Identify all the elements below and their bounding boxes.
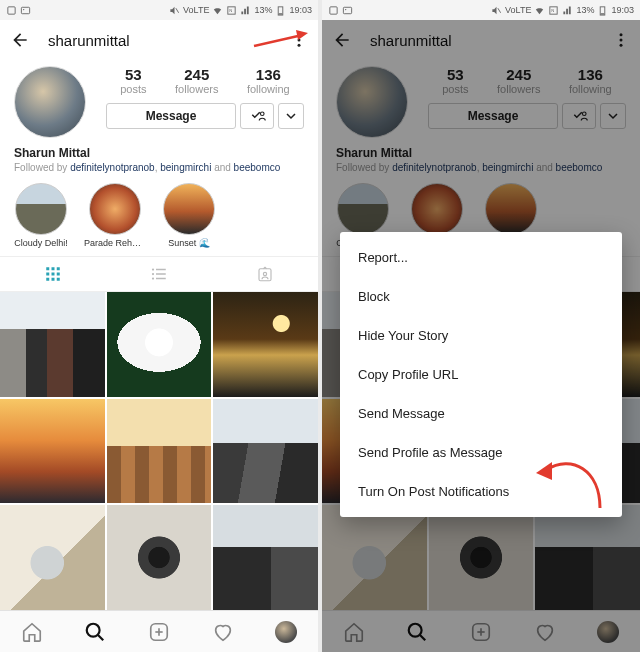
followed-by-link[interactable]: beebomco <box>234 162 281 173</box>
avatar[interactable] <box>14 66 86 138</box>
stat-followers-count: 245 <box>175 66 218 83</box>
svg-rect-15 <box>46 273 49 276</box>
svg-rect-17 <box>57 273 60 276</box>
svg-point-11 <box>260 112 264 116</box>
svg-rect-24 <box>156 273 166 275</box>
post-thumb[interactable] <box>213 292 318 397</box>
post-thumb[interactable] <box>0 292 105 397</box>
svg-rect-12 <box>46 267 49 270</box>
post-thumb[interactable] <box>213 505 318 610</box>
status-bar: VoLTE N 13% 19:03 <box>0 0 318 20</box>
svg-line-39 <box>498 8 501 13</box>
svg-point-2 <box>23 8 24 9</box>
clock: 19:03 <box>611 5 634 15</box>
svg-rect-14 <box>57 267 60 270</box>
nav-profile[interactable] <box>254 611 318 652</box>
profile-username: sharunmittal <box>48 32 272 49</box>
post-thumb[interactable] <box>107 399 212 504</box>
highlight-item[interactable]: Sunset 🌊 <box>158 183 220 248</box>
wifi-icon <box>534 5 545 16</box>
highlight-thumb <box>89 183 141 235</box>
nav-home[interactable] <box>0 611 64 652</box>
add-post-icon <box>148 621 170 643</box>
svg-point-25 <box>152 277 154 279</box>
svg-rect-16 <box>52 273 55 276</box>
svg-rect-0 <box>8 6 15 13</box>
stat-posts-count: 53 <box>120 66 146 83</box>
app-bar: sharunmittal <box>0 20 318 60</box>
followed-by-link[interactable]: definitelynotpranob <box>70 162 155 173</box>
svg-rect-13 <box>52 267 55 270</box>
svg-rect-1 <box>21 7 29 13</box>
svg-rect-36 <box>330 6 337 13</box>
svg-rect-22 <box>156 269 166 271</box>
svg-point-10 <box>298 44 301 47</box>
stat-followers[interactable]: 245 followers <box>175 66 218 95</box>
nav-activity[interactable] <box>191 611 255 652</box>
back-icon[interactable] <box>10 30 30 50</box>
highlight-item[interactable]: Parade Rehear... <box>84 183 146 248</box>
menu-item-post-notifications[interactable]: Turn On Post Notifications <box>340 472 622 511</box>
signal-icon <box>240 5 251 16</box>
nav-search[interactable] <box>64 611 128 652</box>
image-icon <box>20 5 31 16</box>
menu-item-copy-url[interactable]: Copy Profile URL <box>340 355 622 394</box>
tab-list[interactable] <box>106 257 212 291</box>
svg-point-23 <box>152 273 154 275</box>
phone-left: VoLTE N 13% 19:03 sharunmittal 53 <box>0 0 318 652</box>
mute-icon <box>169 5 180 16</box>
stat-posts[interactable]: 53 posts <box>120 66 146 95</box>
phone-right: VoLTE N 13% 19:03 sharunmittal 53posts 2… <box>322 0 640 652</box>
svg-point-28 <box>263 272 266 275</box>
svg-rect-37 <box>343 7 351 13</box>
volte-icon: VoLTE <box>505 5 531 15</box>
view-tabs <box>0 256 318 292</box>
following-status-button[interactable] <box>240 103 274 129</box>
menu-item-report[interactable]: Report... <box>340 238 622 277</box>
svg-rect-18 <box>46 278 49 281</box>
status-bar: VoLTE N 13% 19:03 <box>322 0 640 20</box>
highlight-item[interactable]: Cloudy Delhi! <box>10 183 72 248</box>
svg-rect-7 <box>279 13 283 14</box>
screenshot-icon <box>328 5 339 16</box>
message-button[interactable]: Message <box>106 103 236 129</box>
menu-item-block[interactable]: Block <box>340 277 622 316</box>
suggested-dropdown-button[interactable] <box>278 103 304 129</box>
svg-text:N: N <box>230 8 233 13</box>
more-options-icon[interactable] <box>290 31 308 49</box>
post-thumb[interactable] <box>0 505 105 610</box>
post-thumb[interactable] <box>107 505 212 610</box>
mute-icon <box>491 5 502 16</box>
list-icon <box>150 265 168 283</box>
menu-item-send-message[interactable]: Send Message <box>340 394 622 433</box>
menu-item-send-profile[interactable]: Send Profile as Message <box>340 433 622 472</box>
nav-add[interactable] <box>127 611 191 652</box>
svg-point-38 <box>345 8 346 9</box>
image-icon <box>342 5 353 16</box>
followed-by-link[interactable]: beingmirchi <box>160 162 211 173</box>
menu-item-hide-story[interactable]: Hide Your Story <box>340 316 622 355</box>
chevron-down-icon <box>286 111 296 121</box>
volte-icon: VoLTE <box>183 5 209 15</box>
tab-tagged[interactable] <box>212 257 318 291</box>
svg-line-3 <box>176 8 179 13</box>
home-icon <box>21 621 43 643</box>
tab-grid[interactable] <box>0 257 106 291</box>
battery-percent: 13% <box>254 5 272 15</box>
post-thumb[interactable] <box>213 399 318 504</box>
svg-rect-27 <box>259 269 271 281</box>
clock: 19:03 <box>289 5 312 15</box>
profile-avatar-icon <box>275 621 297 643</box>
svg-point-9 <box>298 39 301 42</box>
post-thumb[interactable] <box>107 292 212 397</box>
wifi-icon <box>212 5 223 16</box>
grid-icon <box>44 265 62 283</box>
stat-following[interactable]: 136 following <box>247 66 290 95</box>
followed-by-line: Followed by definitelynotpranob, beingmi… <box>14 162 304 173</box>
search-icon <box>84 621 106 643</box>
heart-icon <box>212 621 234 643</box>
profile-header: 53 posts 245 followers 136 following Mes… <box>0 60 318 142</box>
svg-rect-19 <box>52 278 55 281</box>
bottom-nav <box>0 610 318 652</box>
post-thumb[interactable] <box>0 399 105 504</box>
